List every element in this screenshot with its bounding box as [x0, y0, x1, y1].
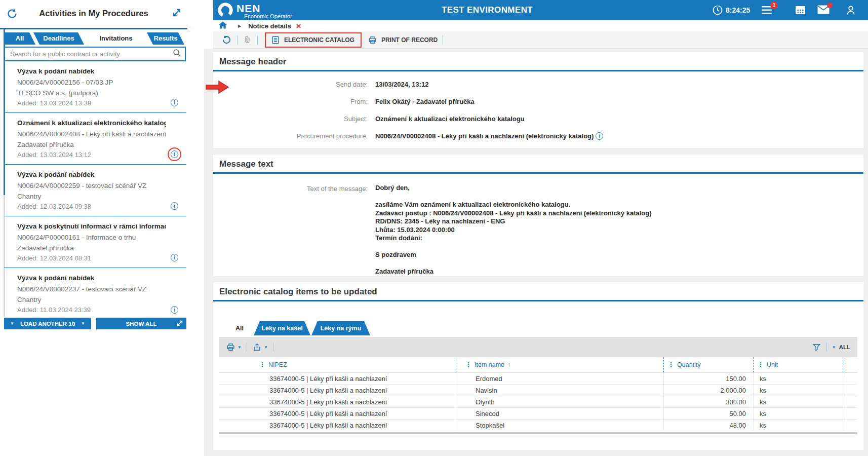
message-body: Dobrý den, zasíláme Vám oznámení k aktua…: [375, 184, 652, 276]
catalog-tab-all[interactable]: All: [226, 321, 253, 335]
info-icon[interactable]: i: [596, 132, 603, 140]
horizontal-scrollbar[interactable]: [219, 432, 857, 434]
cell-unit: ks: [753, 373, 843, 384]
info-icon[interactable]: i: [171, 202, 178, 210]
drag-handle-icon[interactable]: ⋮: [668, 361, 674, 368]
clock-icon: [712, 5, 723, 18]
drag-handle-icon[interactable]: ⋮: [259, 361, 265, 368]
activities-panel: Activities in My Procedures All Deadline…: [0, 0, 187, 332]
info-icon[interactable]: i: [171, 306, 178, 314]
search-icon[interactable]: [173, 49, 181, 59]
table-row[interactable]: 33674000-5 | Léky při kašli a nachlazení…: [219, 408, 857, 420]
field-label: Send date:: [213, 80, 375, 90]
activity-contract: N006/24/V00002408 - Léky při kašli a nac…: [17, 129, 166, 139]
cell-item-name: Erdomed: [456, 373, 663, 384]
nen-logo-icon[interactable]: [217, 2, 234, 21]
field-subject: Subject: Oznámení k aktualizaci elektron…: [213, 114, 863, 124]
cell-item-name: Sinecod: [456, 408, 663, 419]
menu-badge: 1: [770, 2, 778, 9]
cell-quantity: 48.00: [663, 420, 753, 431]
cell-empty: [843, 385, 857, 396]
calendar-icon[interactable]: [795, 5, 806, 18]
annotation-red-box-electronic-catalog: ELECTRONIC CATALOG: [265, 32, 362, 48]
table-row[interactable]: 33674000-5 | Léky při kašli a nachlazení…: [219, 373, 857, 385]
export-dropdown-button[interactable]: ▼: [252, 343, 268, 352]
divider: [273, 343, 273, 352]
table-row[interactable]: 33674000-5 | Léky při kašli a nachlazení…: [219, 385, 857, 396]
filter-icon[interactable]: [812, 343, 821, 352]
info-icon[interactable]: i: [171, 99, 178, 106]
activity-title: Výzva k podání nabídek: [17, 273, 166, 284]
list-item[interactable]: Oznámení k aktualizaci elektronického ka…: [4, 113, 186, 165]
cell-item-name: Stopkašel: [456, 420, 663, 431]
catalog-tab-rymu[interactable]: Léky na rýmu: [311, 321, 370, 335]
field-value: Oznámení k aktualizaci elektronického ka…: [375, 114, 525, 124]
column-header-empty: [843, 357, 857, 372]
close-tab-icon[interactable]: ×: [296, 22, 301, 30]
user-icon[interactable]: [845, 5, 856, 18]
field-value: Felix Okátý - Zadavatel příručka: [375, 97, 475, 107]
table-row[interactable]: 33674000-5 | Léky při kašli a nachlazení…: [219, 420, 857, 431]
print-dropdown-button[interactable]: ▼: [226, 343, 242, 352]
filter-all-label[interactable]: ALL: [839, 344, 850, 350]
field-label: Text of the message:: [213, 184, 375, 276]
breadcrumb-arrow-icon: ▶: [238, 24, 241, 28]
show-all-button[interactable]: SHOW ALL: [96, 318, 186, 329]
activity-org: Zadavatel příručka: [17, 243, 166, 253]
divider: [257, 35, 258, 45]
divider: [826, 343, 827, 352]
drag-handle-icon[interactable]: ⋮: [465, 361, 471, 368]
drag-handle-icon[interactable]: ⋮: [758, 361, 764, 368]
cell-nipez: 33674000-5 | Léky při kašli a nachlazení: [219, 385, 456, 396]
list-item[interactable]: Výzva k podání nabídek N006/24/V00002237…: [4, 268, 186, 320]
activity-org: Zadavatel příručka: [17, 139, 166, 150]
info-icon[interactable]: i: [171, 254, 178, 261]
tab-results[interactable]: Results: [147, 32, 184, 45]
column-header-nipez[interactable]: ⋮ NIPEZ: [219, 357, 456, 372]
tab-all[interactable]: All: [4, 32, 35, 45]
catalog-tab-kasel[interactable]: Léky na kašel: [254, 321, 310, 335]
list-item[interactable]: Výzva k podání nabídek N006/24/V00002156…: [4, 61, 186, 113]
sort-ascending-icon: ↑: [507, 361, 510, 368]
search-input[interactable]: [5, 50, 173, 58]
export-icon: [252, 343, 262, 352]
tab-invitations[interactable]: Invitations: [85, 32, 147, 45]
panel-title: Activities in My Procedures: [0, 0, 187, 28]
command-toolbar: ELECTRONIC CATALOG PRINT OF RECORD: [213, 31, 868, 49]
breadcrumb-page[interactable]: Notice details: [248, 22, 291, 30]
list-item[interactable]: Výzva k podání nabídek N006/24/V00002259…: [4, 165, 186, 216]
table-row[interactable]: 33674000-5 | Léky při kašli a nachlazení…: [219, 396, 857, 408]
breadcrumb: ▶ Notice details ×: [213, 20, 868, 31]
column-label: Quantity: [677, 361, 701, 368]
column-header-unit[interactable]: ⋮ Unit: [753, 357, 843, 372]
paperclip-icon[interactable]: [243, 35, 252, 45]
activity-added: Added: 13.03.2024 13:12: [17, 150, 166, 160]
section-title: Message text: [213, 155, 863, 172]
cell-nipez: 33674000-5 | Léky při kašli a nachlazení: [219, 420, 456, 431]
field-send-date: Send date: 13/03/2024, 13:12: [213, 80, 863, 90]
field-label: Subject:: [213, 114, 375, 124]
column-label: Unit: [767, 361, 778, 368]
printer-icon: [226, 343, 235, 352]
activities-list: Výzva k podání nabídek N006/24/V00002156…: [4, 61, 186, 320]
expand-icon[interactable]: [171, 7, 183, 19]
refresh-icon[interactable]: [221, 34, 232, 45]
home-icon[interactable]: [219, 21, 227, 31]
session-time: 8:24:25: [726, 6, 750, 14]
cell-nipez: 33674000-5 | Léky při kašli a nachlazení: [219, 373, 456, 384]
column-header-item-name[interactable]: ⋮ Item name ↑: [456, 357, 663, 372]
info-icon-highlighted[interactable]: i: [171, 150, 178, 158]
load-another-button[interactable]: ▼ LOAD ANOTHER 10 ▼: [4, 318, 91, 329]
menu-icon[interactable]: 1: [761, 5, 773, 18]
caret-down-icon[interactable]: ▼: [832, 345, 836, 350]
document-icon: [271, 35, 280, 45]
divider: [237, 35, 238, 45]
main-region: NEN Economic Operator TEST ENVIRONMENT 8…: [213, 0, 868, 456]
print-of-record-button[interactable]: PRINT OF RECORD: [368, 35, 438, 45]
tab-deadlines[interactable]: Deadlines: [33, 32, 84, 45]
list-item[interactable]: Výzva k poskytnutí informací v rámci inf…: [4, 216, 186, 268]
mail-icon[interactable]: [817, 5, 830, 17]
column-header-quantity[interactable]: ⋮ Quantity: [663, 357, 753, 372]
electronic-catalog-button[interactable]: ELECTRONIC CATALOG: [271, 35, 354, 45]
field-label: From:: [213, 97, 375, 107]
